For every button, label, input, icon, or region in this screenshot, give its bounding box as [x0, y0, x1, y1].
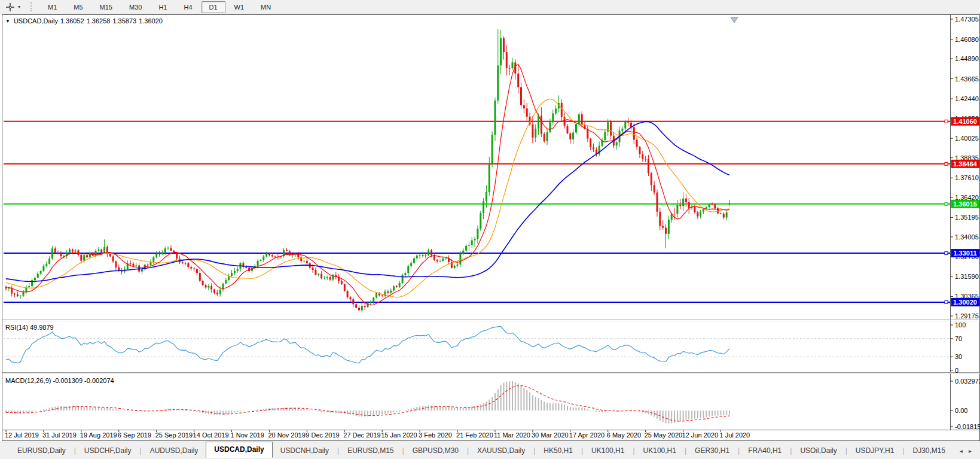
symbol-tab-bar: EURUSD,Daily|USDCHF,Daily|AUDUSD,DailyUS…	[0, 442, 980, 459]
svg-text:1.35195: 1.35195	[955, 214, 979, 221]
date-axis[interactable]: 12 Jul 201931 Jul 201919 Aug 20196 Sep 2…	[5, 430, 750, 439]
collapse-triangle-icon[interactable]: ▼	[5, 19, 10, 24]
svg-text:12 Jul 2019: 12 Jul 2019	[5, 431, 39, 439]
svg-text:17 Apr 2020: 17 Apr 2020	[569, 431, 605, 439]
chart-window[interactable]: 1.473051.460801.448901.436651.424401.412…	[0, 14, 980, 441]
hline-handle[interactable]	[945, 202, 948, 205]
toolbar-grip[interactable]	[30, 2, 33, 11]
svg-text:1.38464: 1.38464	[953, 160, 978, 168]
svg-text:20 Nov 2019: 20 Nov 2019	[268, 431, 305, 439]
tab-hk50-h1[interactable]: HK50,H1	[536, 444, 581, 457]
hline-handle[interactable]	[945, 300, 948, 303]
chart-canvas[interactable]: 1.473051.460801.448901.436651.424401.412…	[0, 14, 980, 441]
svg-text:9 Dec 2019: 9 Dec 2019	[306, 431, 339, 439]
ma-layer-8	[6, 65, 729, 305]
tab-scroll-nav: ◂▸	[960, 448, 980, 454]
timeframe-button-m5[interactable]: M5	[66, 1, 90, 13]
tab-fra40-h1[interactable]: FRA40,H1	[740, 444, 789, 457]
svg-text:1.43665: 1.43665	[955, 75, 979, 83]
hline-handle[interactable]	[945, 120, 948, 123]
tab-xauusd-daily[interactable]: XAUUSD,Daily	[469, 444, 533, 457]
svg-text:1.40025: 1.40025	[955, 135, 979, 142]
svg-text:14 Oct 2019: 14 Oct 2019	[193, 431, 229, 439]
chart-shift-marker-icon[interactable]	[731, 17, 738, 23]
svg-text:1.41060: 1.41060	[953, 118, 977, 125]
svg-text:31 Jul 2019: 31 Jul 2019	[42, 431, 77, 439]
svg-text:1.33011: 1.33011	[953, 250, 976, 257]
chart-symbol-title: USDCAD,Daily	[14, 17, 58, 25]
chart-frame	[2, 15, 980, 441]
tab-audusd-daily[interactable]: AUDUSD,Daily	[142, 444, 206, 457]
tab-ger30-h1[interactable]: GER30,H1	[687, 444, 737, 457]
ma-layer-20	[6, 99, 729, 297]
svg-text:30 Mar 2020: 30 Mar 2020	[532, 431, 569, 439]
ohlc-high: 1.36258	[87, 17, 111, 25]
ma-55-line	[6, 121, 729, 281]
hline-handle[interactable]	[945, 162, 948, 165]
timeframe-button-h1[interactable]: H1	[151, 1, 175, 13]
svg-text:27 Dec 2019: 27 Dec 2019	[343, 431, 380, 439]
tab-dj30-m15[interactable]: DJ30,M15	[905, 444, 953, 457]
crosshair-icon	[5, 2, 15, 12]
svg-text:1.29175: 1.29175	[955, 312, 979, 320]
svg-text:1 Jul 2020: 1 Jul 2020	[719, 431, 750, 439]
timeframe-button-d1[interactable]: D1	[202, 1, 225, 13]
timeframe-button-mn[interactable]: MN	[253, 1, 279, 13]
tab-uk100-h1[interactable]: UK100,H1	[636, 444, 684, 457]
svg-text:1.47305: 1.47305	[955, 16, 979, 23]
svg-text:21 Feb 2020: 21 Feb 2020	[456, 431, 493, 439]
tab-uk100-h1[interactable]: UK100,H1	[584, 444, 632, 457]
tab-eurusd-daily[interactable]: EURUSD,Daily	[10, 444, 74, 457]
svg-text:6 May 2020: 6 May 2020	[607, 431, 641, 439]
ma-8-line	[6, 65, 729, 305]
tab-gbpusd-m30[interactable]: GBPUSD,M30	[405, 444, 466, 457]
price-axis[interactable]: 1.473051.460801.448901.436651.424401.412…	[945, 16, 980, 430]
svg-text:6 Sep 2019: 6 Sep 2019	[118, 431, 151, 439]
timeframe-button-m30[interactable]: M30	[121, 1, 149, 13]
tab-usdchf-daily[interactable]: USDCHF,Daily	[77, 444, 139, 457]
svg-text:3 Feb 2020: 3 Feb 2020	[419, 431, 452, 439]
svg-text:1.37610: 1.37610	[955, 174, 979, 181]
timeframe-button-w1[interactable]: W1	[227, 1, 252, 13]
candles-layer	[5, 29, 731, 313]
rsi-indicator-label: RSI(14) 49.9879	[5, 324, 54, 331]
timeframe-button-m15[interactable]: M15	[92, 1, 120, 13]
svg-text:1.34005: 1.34005	[955, 233, 979, 241]
tab-eurusd-m15[interactable]: EURUSD,M15	[340, 444, 401, 457]
svg-text:25 May 2020: 25 May 2020	[645, 431, 683, 439]
tab-scroll-left-icon[interactable]: ◂	[960, 448, 963, 454]
tab-usdjpy-h1[interactable]: USDJPY,H1	[848, 444, 902, 457]
svg-text:15 Jan 2020: 15 Jan 2020	[381, 431, 417, 439]
svg-text:1.46080: 1.46080	[955, 36, 979, 43]
svg-text:1.42440: 1.42440	[955, 95, 979, 102]
ma-layer-55	[6, 121, 729, 281]
svg-text:11 Mar 2020: 11 Mar 2020	[494, 431, 530, 439]
tab-scroll-right-icon[interactable]: ▸	[969, 448, 972, 454]
svg-text:0.00: 0.00	[955, 407, 967, 414]
svg-text:1.36015: 1.36015	[953, 200, 977, 208]
macd-pane-layer	[6, 381, 729, 424]
svg-text:25 Sep 2019: 25 Sep 2019	[155, 431, 193, 439]
crosshair-tool-button[interactable]: ▾	[4, 2, 22, 13]
tab-usdcad-daily[interactable]: USDCAD,Daily	[206, 442, 272, 458]
svg-text:0: 0	[955, 367, 958, 374]
ohlc-close: 1.36020	[139, 17, 163, 25]
ohlc-low: 1.35873	[112, 17, 136, 25]
svg-text:-0.018154: -0.018154	[955, 423, 980, 430]
rsi-pane-layer	[4, 326, 950, 363]
svg-text:0.032972: 0.032972	[955, 378, 980, 385]
svg-text:1.31590: 1.31590	[955, 273, 979, 280]
top-toolbar: ▾ M1M5M15M30H1H4D1W1MN	[0, 0, 980, 14]
macd-indicator-label: MACD(12,26,9) -0.001309 -0.002074	[5, 377, 114, 384]
svg-text:100: 100	[955, 321, 966, 329]
svg-text:19 Aug 2019: 19 Aug 2019	[80, 431, 117, 439]
tab-usoil-daily[interactable]: USOil,Daily	[792, 444, 844, 457]
tab-usdcnh-daily[interactable]: USDCNH,Daily	[273, 444, 337, 457]
timeframe-toolbar: M1M5M15M30H1H4D1W1MN	[39, 1, 279, 13]
hline-handle[interactable]	[945, 252, 948, 255]
timeframe-button-h4[interactable]: H4	[176, 1, 200, 13]
svg-text:1 Nov 2019: 1 Nov 2019	[231, 431, 264, 439]
rsi-line	[6, 326, 729, 363]
timeframe-button-m1[interactable]: M1	[40, 1, 65, 13]
mt4-application: { "toolbar": { "dropdown_glyph": "▾", "t…	[0, 0, 980, 459]
